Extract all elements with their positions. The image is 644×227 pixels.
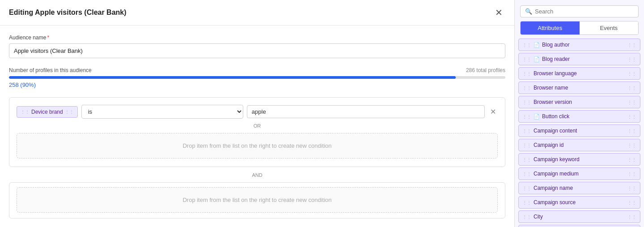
- drag-handle-right: ⋮⋮: [627, 214, 636, 219]
- search-input[interactable]: [535, 8, 634, 15]
- drag-handle-right: ⋮⋮: [627, 128, 636, 133]
- audience-name-input[interactable]: [9, 43, 505, 58]
- drag-handle-right: ⋮⋮: [627, 200, 636, 205]
- modal-title: Editing Apple visitors (Clear Bank): [9, 9, 127, 17]
- modal-header: Editing Apple visitors (Clear Bank) ✕: [0, 0, 514, 26]
- condition-value-input[interactable]: [247, 105, 485, 118]
- list-item[interactable]: ⋮⋮Campaign medium⋮⋮: [518, 167, 640, 180]
- audience-name-section: Audience name*: [9, 34, 505, 58]
- drag-handle-left: ⋮⋮: [522, 114, 531, 119]
- modal-body: Audience name* Number of profiles in thi…: [0, 26, 514, 227]
- attribute-label: Browser version: [534, 99, 572, 105]
- list-item[interactable]: ⋮⋮📄Blog reader⋮⋮: [518, 53, 640, 65]
- attribute-icon: 📄: [534, 56, 540, 62]
- drag-handle-right: ⋮⋮: [627, 100, 636, 105]
- attribute-label: Browser name: [534, 85, 568, 91]
- search-section: 🔍: [515, 0, 644, 21]
- drag-handle-left: ⋮⋮: [522, 86, 531, 90]
- tab-attributes[interactable]: Attributes: [521, 21, 580, 34]
- condition-operator-select[interactable]: is is not contains does not contain: [81, 105, 243, 119]
- drag-handle-right: ⋮⋮: [627, 71, 636, 76]
- drag-handle-left: ⋮⋮: [522, 71, 531, 76]
- drag-handle-left: ⋮⋮: [21, 109, 30, 114]
- attribute-label: Button click: [542, 113, 569, 120]
- drag-handle-right: ⋮⋮: [627, 114, 636, 119]
- drag-handle-right: ⋮⋮: [627, 86, 636, 90]
- drag-handle-left: ⋮⋮: [522, 100, 531, 105]
- profiles-header: Number of profiles in this audience 286 …: [9, 67, 505, 73]
- or-separator: OR: [17, 123, 498, 128]
- attribute-label: Blog reader: [542, 56, 570, 62]
- main-panel: Editing Apple visitors (Clear Bank) ✕ Au…: [0, 0, 514, 227]
- list-item[interactable]: ⋮⋮Browser version⋮⋮: [518, 96, 640, 108]
- drag-handle-left: ⋮⋮: [522, 171, 531, 176]
- drag-handle-right: ⋮⋮: [627, 186, 636, 191]
- drag-handle-left: ⋮⋮: [522, 43, 531, 47]
- tab-events[interactable]: Events: [580, 21, 639, 34]
- and-separator: AND: [9, 172, 505, 178]
- condition-tag[interactable]: ⋮⋮ Device brand ⋮⋮: [17, 106, 78, 118]
- drag-handle-left: ⋮⋮: [522, 186, 531, 191]
- conditions-block-1: ⋮⋮ Device brand ⋮⋮ is is not contains do…: [9, 97, 505, 167]
- drag-handle-right: ⋮⋮: [627, 143, 636, 148]
- right-panel: 🔍 Attributes Events ⋮⋮📄Blog author⋮⋮⋮⋮📄B…: [514, 0, 644, 227]
- profiles-total: 286 total profiles: [466, 67, 505, 73]
- profiles-count: 258 (90%): [9, 81, 36, 88]
- attribute-label: Campaign name: [534, 185, 573, 191]
- drag-handle-right: ⋮⋮: [65, 109, 74, 114]
- drop-zone-1: Drop item from the list on the right to …: [17, 133, 498, 158]
- list-item[interactable]: ⋮⋮Campaign source⋮⋮: [518, 196, 640, 209]
- attribute-label: Campaign keyword: [534, 156, 580, 163]
- list-item[interactable]: ⋮⋮City⋮⋮: [518, 210, 640, 223]
- progress-bar-fill: [9, 76, 456, 79]
- profiles-section: Number of profiles in this audience 286 …: [9, 67, 505, 88]
- progress-bar-track: [9, 76, 505, 79]
- drag-handle-left: ⋮⋮: [522, 143, 531, 148]
- attribute-label: Blog author: [542, 42, 569, 48]
- attributes-list: ⋮⋮📄Blog author⋮⋮⋮⋮📄Blog reader⋮⋮⋮⋮Browse…: [515, 39, 644, 227]
- drag-handle-right: ⋮⋮: [627, 43, 636, 47]
- attribute-icon: 📄: [534, 42, 540, 48]
- drag-handle-right: ⋮⋮: [627, 157, 636, 162]
- list-item[interactable]: ⋮⋮Campaign id⋮⋮: [518, 139, 640, 151]
- attribute-label: Campaign medium: [534, 171, 579, 177]
- profiles-label: Number of profiles in this audience: [9, 67, 92, 73]
- remove-condition-button[interactable]: ✕: [488, 107, 498, 116]
- drag-handle-left: ⋮⋮: [522, 157, 531, 162]
- list-item[interactable]: ⋮⋮Campaign name⋮⋮: [518, 182, 640, 194]
- attribute-label: Campaign id: [534, 142, 564, 148]
- list-item[interactable]: ⋮⋮Browser name⋮⋮: [518, 81, 640, 94]
- search-box: 🔍: [520, 5, 639, 17]
- audience-name-label: Audience name*: [9, 34, 505, 41]
- drag-handle-right: ⋮⋮: [627, 171, 636, 176]
- attribute-icon: 📄: [534, 114, 540, 120]
- condition-tag-label: Device brand: [31, 109, 63, 115]
- list-item[interactable]: ⋮⋮📄Blog author⋮⋮: [518, 39, 640, 51]
- drag-handle-left: ⋮⋮: [522, 214, 531, 219]
- drag-handle-left: ⋮⋮: [522, 57, 531, 62]
- drag-handle-left: ⋮⋮: [522, 200, 531, 205]
- attribute-label: City: [534, 214, 543, 220]
- attribute-label: Campaign source: [534, 199, 576, 206]
- drag-handle-right: ⋮⋮: [627, 57, 636, 62]
- drag-handle-left: ⋮⋮: [522, 128, 531, 133]
- search-icon: 🔍: [525, 8, 532, 15]
- right-panel-tabs: Attributes Events: [520, 21, 639, 35]
- list-item[interactable]: ⋮⋮Browser language⋮⋮: [518, 67, 640, 80]
- attribute-label: Campaign content: [534, 128, 577, 134]
- list-item[interactable]: ⋮⋮📄Button click⋮⋮: [518, 110, 640, 123]
- list-item[interactable]: ⋮⋮Campaign content⋮⋮: [518, 124, 640, 137]
- list-item[interactable]: ⋮⋮Campaign keyword⋮⋮: [518, 153, 640, 166]
- condition-row: ⋮⋮ Device brand ⋮⋮ is is not contains do…: [17, 105, 498, 119]
- list-item[interactable]: ⋮⋮Continent⋮⋮: [518, 225, 640, 227]
- drop-zone-2: Drop item from the list on the right to …: [17, 187, 498, 213]
- close-button[interactable]: ✕: [492, 7, 505, 18]
- attribute-label: Browser language: [534, 70, 577, 77]
- conditions-block-2: Drop item from the list on the right to …: [9, 182, 505, 218]
